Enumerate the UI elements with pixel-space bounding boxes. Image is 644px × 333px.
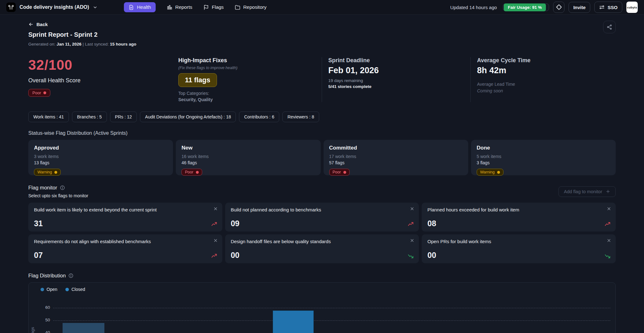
fair-usage-container[interactable]: Fair Usage: 91 % bbox=[503, 3, 549, 11]
fair-usage-badge: Fair Usage: 91 % bbox=[504, 3, 546, 11]
cycle-value: 8h 42m bbox=[477, 66, 608, 75]
add-flag-button[interactable]: Add flag to monitor bbox=[558, 186, 616, 197]
flag-distribution-title: Flag Distribution bbox=[28, 273, 66, 279]
status-card-done[interactable]: Done 5 work items 3 flags Warning bbox=[471, 140, 616, 175]
stories-complete: 5/41 stories complete bbox=[328, 84, 463, 89]
puzzle-icon bbox=[556, 4, 562, 10]
legend-closed[interactable]: Closed bbox=[65, 287, 85, 292]
chip-reviewers[interactable]: Reviewers : 8 bbox=[282, 112, 319, 122]
chart-bar-closed[interactable] bbox=[273, 310, 314, 333]
flag-distribution-chart: Open Closed Flags 605040 bbox=[28, 282, 616, 333]
chip-contributors[interactable]: Contributors : 6 bbox=[239, 112, 279, 122]
deadline-title: Sprint Deadline bbox=[328, 57, 463, 64]
top-navbar: Code delivery insights (ADO) Health Repo… bbox=[0, 0, 644, 15]
close-icon[interactable] bbox=[213, 238, 218, 243]
status-card-committed[interactable]: Committed 17 work items 57 flags Poor bbox=[324, 140, 468, 175]
chevron-down-icon bbox=[93, 5, 97, 10]
trend-down-icon bbox=[408, 253, 414, 259]
arrow-left-icon bbox=[28, 22, 34, 27]
flag-card-open-prs[interactable]: Open PRs for build work items 00 bbox=[422, 234, 616, 263]
y-axis-tick: 60 bbox=[37, 305, 50, 310]
info-icon[interactable] bbox=[69, 273, 73, 278]
status-section-title: Status-wise Flag Distribution (Active Sp… bbox=[28, 130, 616, 136]
invite-label: Invite bbox=[573, 5, 586, 10]
y-axis-tick: 50 bbox=[37, 318, 50, 322]
flag-card-requirements-align[interactable]: Requirements do not align with establish… bbox=[28, 234, 222, 263]
info-icon[interactable] bbox=[60, 185, 65, 190]
back-link[interactable]: Back bbox=[28, 22, 48, 27]
close-icon[interactable] bbox=[607, 206, 611, 211]
cubyts-logo[interactable]: cubyts bbox=[626, 2, 638, 13]
sprint-deadline-section: Sprint Deadline Feb 01, 2026 19 days rem… bbox=[322, 57, 470, 102]
generated-label: Generated on: bbox=[28, 42, 55, 46]
top-categories-value: Security, Quality bbox=[178, 97, 314, 102]
trend-up-icon bbox=[604, 221, 611, 227]
deadline-value: Feb 01, 2026 bbox=[328, 66, 463, 75]
sso-label: SSO bbox=[608, 5, 618, 10]
integrations-button[interactable] bbox=[553, 2, 564, 13]
status-badge: Warning bbox=[34, 169, 61, 176]
cycle-time-section: Average Cycle Time 8h 42m Average Lead T… bbox=[470, 57, 616, 102]
legend-open[interactable]: Open bbox=[41, 287, 57, 292]
flag-card-extend-sprint[interactable]: Build work item is likely to extend beyo… bbox=[28, 203, 222, 232]
bar-chart-icon bbox=[167, 5, 172, 10]
updated-timestamp: Updated 14 hours ago bbox=[450, 5, 497, 10]
tab-flags-label: Flags bbox=[212, 4, 224, 10]
plus-icon bbox=[606, 189, 610, 194]
share-button[interactable] bbox=[603, 21, 616, 33]
warning-dot-icon bbox=[54, 171, 57, 174]
chart-gridline bbox=[53, 308, 610, 308]
sso-button[interactable]: SSO bbox=[594, 2, 622, 13]
close-icon[interactable] bbox=[213, 206, 218, 211]
chip-audit-deviations[interactable]: Audit Deviations (for Ongoing Artefacts)… bbox=[140, 112, 236, 122]
status-card-new[interactable]: New 16 work items 46 flags Poor bbox=[176, 140, 320, 175]
fixes-flag-count-badge[interactable]: 11 flags bbox=[178, 73, 217, 87]
tab-reports-label: Reports bbox=[175, 4, 192, 10]
nav-tabs: Health Reports Flags Repository bbox=[124, 2, 266, 12]
status-badge: Warning bbox=[477, 169, 503, 176]
flag-card-hours-exceeded[interactable]: Planned hours exceeded for build work it… bbox=[422, 203, 616, 232]
lead-time-value: Coming soon bbox=[477, 88, 608, 93]
trend-down-icon bbox=[604, 253, 611, 259]
tab-repository[interactable]: Repository bbox=[235, 2, 266, 12]
y-axis-tick: 40 bbox=[37, 330, 50, 333]
flag-card-design-handoff[interactable]: Design handoff files are below quality s… bbox=[225, 234, 419, 263]
brand[interactable]: Code delivery insights (ADO) bbox=[6, 3, 97, 12]
legend-dot-closed bbox=[65, 288, 69, 291]
high-impact-fixes-section: High-Impact Fixes (Fix these flags to im… bbox=[178, 57, 322, 102]
trend-up-icon bbox=[211, 221, 217, 227]
poor-dot-icon bbox=[43, 91, 46, 94]
poor-dot-icon bbox=[343, 171, 346, 174]
close-icon[interactable] bbox=[410, 238, 414, 243]
warning-dot-icon bbox=[497, 171, 500, 174]
poor-dot-icon bbox=[196, 171, 199, 174]
tab-flags[interactable]: Flags bbox=[203, 2, 224, 12]
flag-icon bbox=[203, 5, 209, 10]
folder-icon bbox=[235, 5, 240, 10]
tab-reports[interactable]: Reports bbox=[167, 2, 192, 12]
flag-monitor-subtitle: Select upto six flags to monitor bbox=[28, 193, 88, 198]
chart-legend: Open Closed bbox=[41, 287, 85, 292]
report-meta: Generated on: Jan 11, 2026 | Last synced… bbox=[28, 42, 616, 46]
summary-row: 32/100 Overall Health Score Poor High-Im… bbox=[28, 57, 616, 102]
tab-health[interactable]: Health bbox=[124, 2, 156, 12]
close-icon[interactable] bbox=[410, 206, 414, 211]
aries-logo-icon bbox=[6, 3, 16, 12]
status-cards: Approved 3 work items 13 flags Warning N… bbox=[28, 140, 616, 175]
chip-branches[interactable]: Branches : 5 bbox=[72, 112, 107, 122]
chart-bar-open[interactable] bbox=[63, 323, 104, 333]
health-status-badge: Poor bbox=[28, 89, 50, 97]
close-icon[interactable] bbox=[607, 238, 611, 243]
cycle-title: Average Cycle Time bbox=[477, 57, 608, 64]
fixes-subtitle: (Fix these flags to improve health) bbox=[178, 66, 314, 70]
legend-dot-open bbox=[41, 288, 44, 291]
flag-card-not-planned[interactable]: Build not planned according to benchmark… bbox=[225, 203, 419, 232]
chip-prs[interactable]: PRs : 12 bbox=[110, 112, 137, 122]
status-card-approved[interactable]: Approved 3 work items 13 flags Warning bbox=[28, 140, 173, 175]
invite-button[interactable]: Invite bbox=[569, 2, 590, 13]
chip-work-items[interactable]: Work items : 41 bbox=[28, 112, 69, 122]
health-score-section: 32/100 Overall Health Score Poor bbox=[28, 57, 178, 102]
synced-value: 15 hours ago bbox=[110, 42, 136, 46]
trend-up-icon bbox=[211, 253, 217, 259]
page-title: Sprint Report - Sprint 2 bbox=[28, 31, 616, 38]
